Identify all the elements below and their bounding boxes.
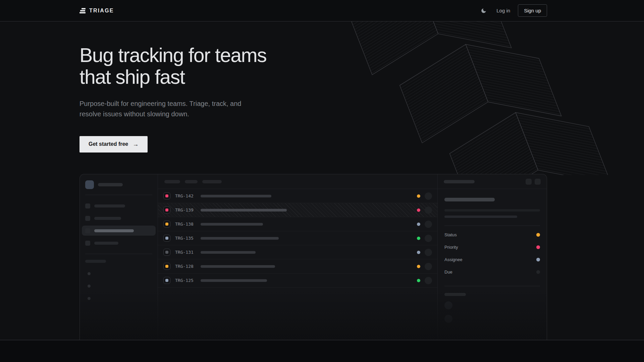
- status-dot: [417, 223, 420, 226]
- issue-row: TRG-139: [158, 203, 437, 217]
- app-mockup: TRG-142 TRG-139 TRG-138 TRG-135: [79, 174, 547, 340]
- sidebar-section-placeholder: [85, 260, 106, 263]
- issue-row: TRG-142: [158, 189, 437, 203]
- issue-id: TRG-135: [175, 236, 197, 241]
- get-started-button[interactable]: Get started free →: [79, 136, 148, 153]
- sidebar-dot: [88, 285, 91, 288]
- divider: [85, 254, 152, 254]
- status-dot: [417, 208, 420, 212]
- issue-title-placeholder: [201, 209, 287, 212]
- status-dot: [417, 251, 420, 254]
- divider: [85, 195, 152, 195]
- workspace-avatar: [85, 180, 94, 189]
- issue-list-header: [158, 174, 437, 189]
- detail-field-value-dot: [536, 270, 540, 274]
- detail-section-placeholder: [444, 293, 466, 296]
- sidebar-item: [82, 213, 156, 223]
- issue-title-placeholder: [201, 265, 275, 268]
- workspace-name-placeholder: [98, 183, 123, 186]
- list-filter-pill-placeholder: [202, 180, 222, 183]
- detail-field-row: Due: [444, 266, 540, 278]
- issue-row: TRG-138: [158, 217, 437, 231]
- signup-button[interactable]: Sign up: [518, 4, 547, 17]
- sidebar-dot: [88, 297, 91, 300]
- login-link[interactable]: Log in: [496, 8, 510, 13]
- theme-toggle-button[interactable]: [480, 7, 487, 14]
- assignee-avatar: [425, 221, 432, 228]
- arrow-right-icon: →: [132, 141, 139, 148]
- sidebar-item-icon: [85, 216, 90, 221]
- issue-id: TRG-128: [175, 264, 197, 269]
- issue-id: TRG-138: [175, 222, 197, 227]
- detail-field-label: Due: [444, 269, 452, 275]
- sidebar-item-label-placeholder: [94, 229, 134, 232]
- detail-field-row: Status: [444, 229, 540, 241]
- status-dot: [417, 237, 420, 240]
- brand-wordmark: TRIAGE: [89, 8, 114, 14]
- assignee-avatar: [425, 235, 432, 242]
- issue-title-placeholder: [201, 223, 263, 226]
- detail-panel-header: [438, 174, 547, 189]
- sidebar-item: [82, 226, 156, 236]
- detail-title-placeholder: [444, 180, 475, 183]
- detail-field-row: Priority: [444, 241, 540, 253]
- sidebar-dot: [88, 272, 91, 275]
- sidebar-item-icon: [85, 241, 90, 246]
- detail-field-row: Assignee: [444, 253, 540, 266]
- assignee-avatar: [425, 277, 432, 284]
- sidebar-item-icon: [85, 228, 90, 233]
- sidebar-item: [82, 201, 156, 211]
- assignee-avatar: [425, 192, 432, 200]
- issue-row: TRG-135: [158, 231, 437, 245]
- navbar: TRIAGE Log in Sign up: [0, 0, 644, 21]
- issue-row: TRG-125: [158, 274, 437, 288]
- sidebar-item-label-placeholder: [94, 242, 118, 245]
- sidebar-nav: [85, 201, 152, 248]
- triage-bars-icon: [79, 8, 86, 13]
- hero-subtitle: Purpose-built for engineering teams. Tri…: [79, 99, 314, 119]
- issue-type-icon: [163, 206, 170, 214]
- issue-title-placeholder: [201, 237, 279, 240]
- issue-type-icon: [163, 263, 170, 270]
- issue-type-icon: [163, 235, 170, 242]
- divider: [444, 286, 540, 286]
- issue-row: TRG-128: [158, 259, 437, 274]
- issue-title-placeholder: [444, 198, 495, 201]
- list-filter-pill-placeholder: [185, 180, 198, 183]
- detail-field-value-dot: [536, 258, 540, 261]
- issue-id: TRG-142: [175, 193, 197, 198]
- issue-id: TRG-131: [175, 250, 197, 255]
- list-filter-pill-placeholder: [164, 180, 180, 183]
- mockup-detail-panel: Status Priority Assignee Due: [437, 174, 547, 340]
- detail-field-label: Assignee: [444, 257, 462, 262]
- detail-field-label: Status: [444, 232, 457, 237]
- moon-icon: [481, 8, 487, 14]
- status-dot: [417, 194, 420, 198]
- issue-description-placeholder: [444, 209, 540, 212]
- detail-field-value-dot: [536, 233, 540, 237]
- mockup-sidebar: [80, 174, 158, 340]
- issue-title-placeholder: [201, 195, 271, 197]
- status-dot: [417, 279, 420, 282]
- issue-id: TRG-139: [175, 207, 197, 213]
- issue-title-placeholder: [201, 251, 256, 254]
- sidebar-item: [82, 238, 156, 248]
- detail-action-icon: [535, 179, 541, 185]
- page-title: Bug tracking for teams that ship fast: [79, 45, 314, 88]
- issue-type-icon: [163, 221, 170, 228]
- brand-logo[interactable]: TRIAGE: [79, 8, 114, 14]
- divider: [444, 226, 540, 226]
- issue-row: TRG-131: [158, 245, 437, 259]
- status-dot: [417, 265, 420, 268]
- issue-type-icon: [163, 277, 170, 284]
- issue-description-placeholder: [444, 216, 517, 218]
- detail-field-label: Priority: [444, 245, 458, 250]
- sidebar-item-label-placeholder: [94, 204, 125, 207]
- detail-field-value-dot: [536, 245, 540, 249]
- footer: [0, 340, 644, 361]
- mockup-issue-list: TRG-142 TRG-139 TRG-138 TRG-135: [158, 174, 437, 340]
- issue-id: TRG-125: [175, 278, 197, 283]
- hero-section: Bug tracking for teams that ship fast Pu…: [0, 21, 644, 340]
- detail-action-icon: [526, 179, 532, 185]
- sidebar-dot-list: [85, 272, 152, 300]
